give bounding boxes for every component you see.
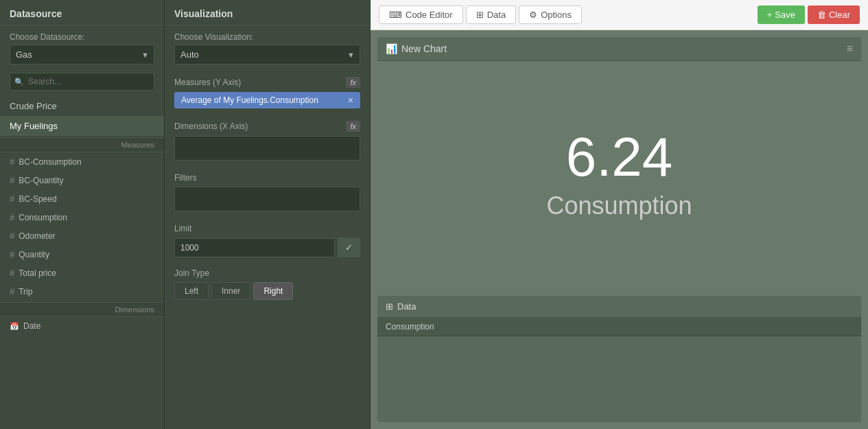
dimensions-fx-button[interactable]: fx (346, 121, 360, 132)
choose-viz-label: Choose Visualization: (174, 32, 360, 42)
data-icon: ⊞ (476, 10, 484, 20)
limit-row: ✓ (174, 237, 360, 257)
search-icon: 🔍 (14, 78, 24, 86)
chart-big-number: 6.24 (566, 130, 673, 185)
filters-drop-area[interactable] (174, 187, 360, 211)
join-type-label: Join Type (174, 268, 360, 278)
datasource-item-myfuelings[interactable]: My Fuelings (0, 116, 164, 136)
field-consumption[interactable]: # Consumption (0, 208, 164, 227)
data-table-icon: ⊞ (386, 301, 393, 312)
data-table: Consumption (377, 318, 861, 336)
choose-datasource-label: Choose Datasource: (10, 32, 154, 42)
top-toolbar: ⌨ Code Editor ⊞ Data ⚙ Options + Save 🗑 … (371, 0, 868, 30)
measure-close-icon[interactable]: × (348, 95, 353, 105)
measures-y-label: Measures (Y Axis) fx (174, 77, 360, 88)
field-date[interactable]: 📅 Date (0, 317, 164, 335)
limit-label: Limit (174, 224, 360, 233)
datasource-form-group: Choose Datasource: Gas ▼ (0, 25, 164, 70)
save-plus-icon: + (767, 10, 773, 20)
chart-big-label: Consumption (546, 192, 692, 220)
limit-confirm-button[interactable]: ✓ (338, 237, 360, 257)
hash-icon: # (10, 212, 14, 222)
join-type-section: Join Type Left Inner Right (165, 263, 370, 307)
hash-icon: # (10, 231, 14, 241)
code-editor-icon: ⌨ (389, 10, 402, 20)
dimensions-drop-area[interactable] (174, 136, 360, 161)
field-quantity[interactable]: # Quantity (0, 245, 164, 264)
options-icon: ⚙ (529, 10, 537, 20)
measure-tag: Average of My Fuelings.Consumption × (174, 92, 360, 108)
field-bc-speed[interactable]: # BC-Speed (0, 189, 164, 208)
filters-label: Filters (174, 173, 360, 183)
viz-select[interactable]: Auto (174, 45, 360, 65)
clear-trash-icon: 🗑 (817, 10, 826, 20)
chart-menu-icon[interactable]: ≡ (847, 43, 853, 55)
datasource-select[interactable]: Gas (10, 45, 154, 65)
tab-code-editor[interactable]: ⌨ Code Editor (379, 5, 463, 24)
datasource-item-crude[interactable]: Crude Price (0, 96, 164, 116)
field-bc-consumption[interactable]: # BC-Consumption (0, 152, 164, 171)
join-inner-button[interactable]: Inner (211, 282, 250, 300)
field-total-price[interactable]: # Total price (0, 264, 164, 282)
dimensions-x-label: Dimensions (X Axis) fx (174, 121, 360, 132)
measures-y-section: Measures (Y Axis) fx Average of My Fueli… (165, 70, 370, 114)
tab-options[interactable]: ⚙ Options (519, 5, 582, 24)
save-button[interactable]: + Save (758, 5, 805, 24)
data-card: ⊞ Data Consumption (377, 296, 861, 422)
right-panel: ⌨ Code Editor ⊞ Data ⚙ Options + Save 🗑 … (371, 0, 868, 429)
calendar-icon: 📅 (10, 322, 19, 331)
visualization-title: Visualization (165, 0, 370, 25)
left-panel: Datasource Choose Datasource: Gas ▼ 🔍 Cr… (0, 0, 165, 429)
hash-icon: # (10, 156, 14, 167)
middle-panel: Visualization Choose Visualization: Auto… (165, 0, 371, 429)
field-trip[interactable]: # Trip (0, 282, 164, 301)
viz-select-wrapper: Auto ▼ (174, 45, 360, 65)
measures-section-header: Measures (0, 137, 164, 152)
join-buttons-group: Left Inner Right (174, 282, 360, 300)
data-card-header: ⊞ Data (377, 296, 861, 318)
choose-viz-section: Choose Visualization: Auto ▼ (165, 25, 370, 70)
field-odometer[interactable]: # Odometer (0, 227, 164, 245)
tab-data[interactable]: ⊞ Data (466, 5, 516, 24)
dimensions-section-header: Dimensions (0, 302, 164, 317)
dimensions-x-section: Dimensions (X Axis) fx (165, 114, 370, 166)
search-box: 🔍 (10, 73, 154, 91)
measures-fx-button[interactable]: fx (346, 77, 360, 88)
filters-section: Filters (165, 166, 370, 217)
limit-input[interactable] (174, 238, 335, 257)
chart-header: 📊 New Chart ≡ (377, 37, 861, 61)
bar-chart-icon: 📊 (386, 43, 397, 54)
hash-icon: # (10, 175, 14, 185)
chart-area: 📊 New Chart ≡ 6.24 Consumption ⊞ Data Co… (371, 30, 868, 429)
limit-section: Limit ✓ (165, 217, 370, 263)
join-right-button[interactable]: Right (253, 282, 293, 300)
datasource-title: Datasource (0, 0, 164, 25)
field-bc-quantity[interactable]: # BC-Quantity (0, 171, 164, 189)
hash-icon: # (10, 268, 14, 278)
hash-icon: # (10, 249, 14, 259)
chart-title: 📊 New Chart (386, 43, 447, 54)
join-left-button[interactable]: Left (174, 282, 209, 300)
datasource-select-wrapper: Gas ▼ (10, 45, 154, 65)
chart-body: 6.24 Consumption (377, 61, 861, 289)
clear-button[interactable]: 🗑 Clear (808, 5, 860, 24)
chart-card: 📊 New Chart ≡ 6.24 Consumption (377, 37, 861, 289)
hash-icon: # (10, 286, 14, 297)
search-input[interactable] (10, 73, 154, 91)
data-table-column-consumption: Consumption (377, 318, 861, 336)
hash-icon: # (10, 194, 14, 204)
